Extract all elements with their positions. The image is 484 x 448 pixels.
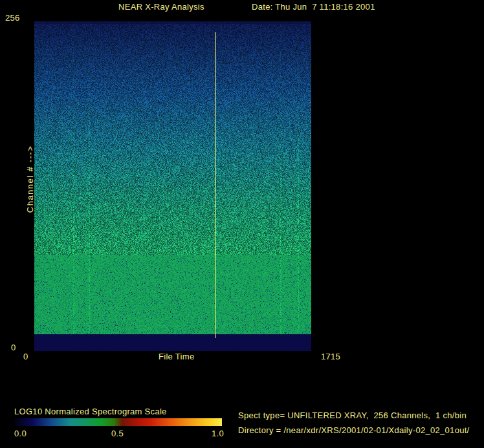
page-title: NEAR X-Ray Analysis xyxy=(118,3,204,11)
x-axis-max-tick: 1715 xyxy=(321,352,340,361)
y-axis-min-tick: 0 xyxy=(11,343,16,352)
near-xray-analysis-window: { "window": { "background": "#000000", "… xyxy=(0,0,484,448)
colorbar-gradient xyxy=(14,418,222,426)
colorbar-tick-1: 0.5 xyxy=(111,429,124,438)
x-axis-min-tick: 0 xyxy=(23,352,28,361)
date-label: Date: Thu Jun 7 11:18:16 2001 xyxy=(252,3,375,11)
colorbar-title: LOG10 Normalized Spectrogram Scale xyxy=(14,407,167,416)
y-axis-label: Channel # ---> xyxy=(25,145,35,213)
spect-type-info: Spect type= UNFILTERED XRAY, 256 Channel… xyxy=(238,411,467,420)
time-cursor-line xyxy=(215,32,216,338)
colorbar-tick-0: 0.0 xyxy=(14,429,27,438)
directory-info: Directory = /near/xdr/XRS/2001/02-01/Xda… xyxy=(238,426,470,434)
y-axis-max-tick: 256 xyxy=(5,14,20,22)
x-axis-label: File Time xyxy=(159,352,194,361)
colorbar-tick-2: 1.0 xyxy=(212,429,224,438)
spectrogram-plot[interactable] xyxy=(34,21,311,351)
